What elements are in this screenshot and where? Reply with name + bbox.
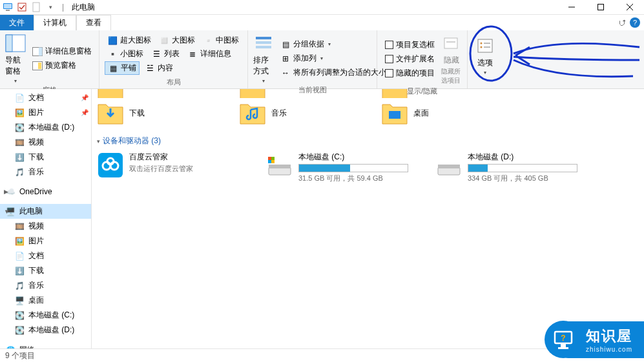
item-checkboxes-toggle[interactable]: 项目复选框 xyxy=(382,39,437,51)
qat-dropdown-icon[interactable]: ▾ xyxy=(45,2,56,12)
checkbox-qat-icon[interactable] xyxy=(17,2,27,12)
maximize-button[interactable] xyxy=(586,0,615,15)
svg-rect-22 xyxy=(484,43,490,44)
nav-local-d[interactable]: 💽本地磁盘 (D:) xyxy=(0,323,91,337)
file-ext-toggle[interactable]: 文件扩展名 xyxy=(382,53,437,65)
svg-rect-15 xyxy=(256,37,271,39)
ribbon-group-layout: 🟦超大图标 ◻️大图标 ▫️中图标 ▪️小图标 ☰列表 ≣详细信息 ▦平铺 ☱内… xyxy=(99,30,248,88)
music-icon: 🎵 xyxy=(14,167,25,177)
device-subtitle: 334 GB 可用，共 405 GB xyxy=(468,174,577,183)
layout-s-icons[interactable]: ▪️小图标 xyxy=(105,48,146,60)
preview-pane-button[interactable]: 预览窗格 xyxy=(30,59,94,72)
ribbon: 导航窗格 ▾ 详细信息窗格 预览窗格 窗格 🟦超大图标 ◻️大图标 ▫️中图标 … xyxy=(0,30,644,89)
nav-pane-label: 导航窗格 xyxy=(5,55,26,77)
device-drive-d[interactable]: 本地磁盘 (D:) 334 GB 可用，共 405 GB xyxy=(435,152,577,183)
layout-list[interactable]: ☰列表 xyxy=(149,48,182,60)
fit-columns-button[interactable]: ↔将所有列调整为合适的大小 xyxy=(278,66,389,79)
nav-videos[interactable]: 🎞️视频 xyxy=(0,219,91,234)
tiles-icon: ▦ xyxy=(108,63,118,74)
details-pane-button[interactable]: 详细信息窗格 xyxy=(30,45,94,57)
nav-music-pc[interactable]: 🎵音乐 xyxy=(0,278,91,293)
svg-rect-1 xyxy=(4,4,12,8)
doc-qat-icon[interactable] xyxy=(31,2,41,12)
nav-pane-icon xyxy=(5,33,26,54)
minimize-button[interactable] xyxy=(557,0,586,15)
close-button[interactable] xyxy=(615,0,644,15)
options-icon xyxy=(475,35,495,56)
nav-this-pc[interactable]: ▼🖥️此电脑 xyxy=(0,204,91,219)
nav-local-d-quick[interactable]: 💽本地磁盘 (D:) xyxy=(0,120,91,135)
sort-button[interactable]: 排序方式 ▾ xyxy=(253,33,274,84)
downloads-icon: ⬇️ xyxy=(14,266,25,276)
folder-desktop[interactable]: 桌面 xyxy=(381,101,484,125)
content-icon: ☱ xyxy=(145,63,155,74)
checkbox-icon xyxy=(385,69,393,77)
device-title: 百度云管家 xyxy=(129,152,239,163)
pictures-icon: 🖼️ xyxy=(14,236,25,246)
help-icon[interactable]: ? xyxy=(630,17,640,28)
videos-icon: 🎞️ xyxy=(14,221,25,232)
layout-l-icons[interactable]: ◻️大图标 xyxy=(156,34,198,46)
svg-rect-3 xyxy=(18,3,26,11)
layout-tiles[interactable]: ▦平铺 xyxy=(105,61,140,75)
svg-rect-25 xyxy=(389,111,400,119)
device-subtitle: 31.5 GB 可用，共 59.4 GB xyxy=(298,174,408,183)
storage-bar-fill xyxy=(299,165,350,172)
hide-selected-button[interactable]: 隐藏 隐藏所选项目 xyxy=(441,33,462,85)
device-drive-c[interactable]: 本地磁盘 (C:) 31.5 GB 可用，共 59.4 GB xyxy=(266,152,408,183)
options-button[interactable]: 选项 ▾ xyxy=(473,33,497,78)
nav-downloads-pc[interactable]: ⬇️下载 xyxy=(0,263,91,278)
nav-pictures[interactable]: 🖼️图片📌 xyxy=(0,105,91,120)
nav-local-c[interactable]: 💽本地磁盘 (C:) xyxy=(0,308,91,323)
layout-xl-icons[interactable]: 🟦超大图标 xyxy=(105,34,154,46)
folder-music[interactable]: 音乐 xyxy=(239,101,342,125)
pin-icon: 📌 xyxy=(81,109,88,116)
folder-label: 桌面 xyxy=(413,108,429,119)
chevron-right-icon: ▶ xyxy=(4,347,8,349)
folder-downloads[interactable]: 下载 xyxy=(97,101,200,125)
nav-pictures-pc[interactable]: 🖼️图片 xyxy=(0,234,91,248)
add-column-icon: ⊞ xyxy=(280,54,291,64)
nav-downloads-quick[interactable]: ⬇️下载 xyxy=(0,150,91,165)
nav-desktop-pc[interactable]: 🖥️桌面 xyxy=(0,293,91,308)
titlebar: ▾ | 此电脑 xyxy=(0,0,644,15)
minimize-ribbon-icon[interactable]: ⮍ xyxy=(618,18,626,27)
svg-rect-20 xyxy=(478,39,492,52)
sort-label: 排序方式 xyxy=(253,55,274,77)
content-area: 下载 音乐 桌面 ▾ 设备和驱动器 (3) 百度云管家 双击运行百度云管家 xyxy=(92,89,644,348)
device-title: 本地磁盘 (C:) xyxy=(298,152,408,163)
xl-icons-icon: 🟦 xyxy=(107,35,118,46)
layout-m-icons[interactable]: ▫️中图标 xyxy=(200,34,242,46)
badge-url: zhishiwu.com xyxy=(586,346,632,353)
music-icon: 🎵 xyxy=(14,281,25,291)
nav-onedrive[interactable]: ▶☁️OneDrive xyxy=(0,185,91,199)
nav-music-quick[interactable]: 🎵音乐 xyxy=(0,165,91,179)
sort-icon xyxy=(253,33,274,54)
layout-details[interactable]: ≣详细信息 xyxy=(185,48,234,60)
devices-section-header[interactable]: ▾ 设备和驱动器 (3) xyxy=(97,132,639,149)
nav-videos-quick[interactable]: 🎞️视频 xyxy=(0,135,91,150)
nav-pane-button[interactable]: 导航窗格 ▾ xyxy=(5,33,26,84)
tab-file[interactable]: 文件 xyxy=(0,15,34,30)
nav-documents-pc[interactable]: 📄文档 xyxy=(0,248,91,263)
drive-icon: 💽 xyxy=(14,123,25,133)
l-icons-icon: ◻️ xyxy=(159,35,169,46)
group-by-button[interactable]: ▤分组依据▾ xyxy=(278,38,389,50)
nav-documents[interactable]: 📄文档📌 xyxy=(0,90,91,105)
svg-rect-4 xyxy=(33,3,39,12)
svg-rect-18 xyxy=(444,38,457,48)
device-baidu[interactable]: 百度云管家 双击运行百度云管家 xyxy=(97,152,239,183)
svg-rect-16 xyxy=(256,41,271,44)
tab-view[interactable]: 查看 xyxy=(76,15,111,30)
documents-icon: 📄 xyxy=(14,251,25,261)
layout-content[interactable]: ☱内容 xyxy=(142,61,176,75)
desktop-icon: 🖥️ xyxy=(14,296,25,306)
svg-rect-34 xyxy=(271,157,275,160)
tab-computer[interactable]: 计算机 xyxy=(34,15,76,30)
nav-network[interactable]: ▶🌐网络 xyxy=(0,343,91,348)
add-column-button[interactable]: ⊞添加列▾ xyxy=(278,52,389,65)
hidden-items-toggle[interactable]: 隐藏的项目 xyxy=(382,67,437,79)
documents-icon: 📄 xyxy=(14,93,25,103)
options-label: 选项 xyxy=(477,57,493,68)
svg-rect-19 xyxy=(446,41,455,43)
